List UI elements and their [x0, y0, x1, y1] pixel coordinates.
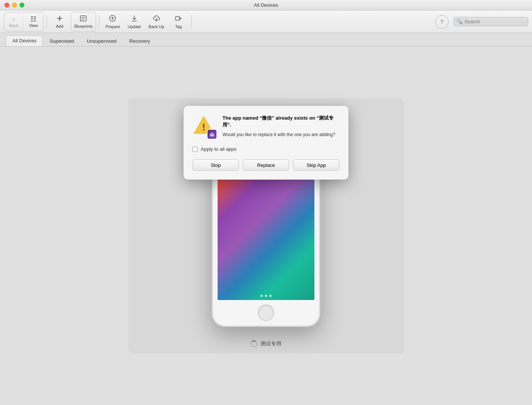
- stop-button[interactable]: Stop: [192, 159, 239, 171]
- tag-button[interactable]: Tag: [169, 12, 188, 31]
- dialog-body: Would you like to replace it with the on…: [222, 131, 340, 138]
- replace-button[interactable]: Replace: [243, 159, 289, 171]
- add-icon: [56, 15, 63, 23]
- toolbar: ‹ Back ☷ View Add: [0, 10, 532, 33]
- separator-3: [191, 15, 192, 28]
- search-icon: 🔍: [457, 19, 463, 24]
- backup-button[interactable]: Back Up: [146, 12, 167, 31]
- blueprints-label: Blueprints: [74, 24, 93, 28]
- tab-all-devices[interactable]: All Devices: [6, 35, 43, 46]
- back-icon: ‹: [13, 16, 15, 22]
- minimize-button[interactable]: [12, 3, 17, 8]
- device-card: 1:41 Wednesday, January 10 测试专用: [128, 98, 404, 353]
- update-label: Update: [128, 24, 141, 29]
- tab-recovery[interactable]: Recovery: [123, 36, 156, 46]
- help-button[interactable]: ?: [435, 15, 449, 28]
- dialog-title: The app named “微信” already exists on “测试…: [222, 115, 340, 128]
- update-button[interactable]: Update: [125, 12, 144, 31]
- view-label: View: [29, 23, 38, 28]
- title-bar: All Devices: [0, 0, 532, 10]
- back-view-group: ‹ Back ☷ View: [4, 12, 44, 32]
- svg-rect-9: [176, 16, 179, 20]
- blueprints-button[interactable]: Blueprints: [71, 12, 96, 31]
- help-label: ?: [440, 18, 443, 25]
- dialog-buttons: Stop Replace Skip App: [192, 159, 340, 171]
- dialog-content-area: ! The app named: [192, 115, 340, 139]
- dialog-text-area: The app named “微信” already exists on “测试…: [222, 115, 340, 139]
- dialog-overlay: ! The app named: [128, 98, 404, 353]
- view-button[interactable]: ☷ View: [24, 12, 43, 31]
- prepare-icon: [108, 14, 117, 24]
- checkbox-label: Apply to all apps: [201, 146, 236, 152]
- app-icon: [209, 131, 215, 137]
- back-label: Back: [9, 23, 18, 28]
- update-icon: [130, 14, 138, 24]
- tag-icon: [174, 14, 183, 24]
- svg-text:!: !: [202, 122, 206, 133]
- blueprints-group: Blueprints: [71, 12, 96, 32]
- view-icon: ☷: [30, 16, 36, 22]
- search-input[interactable]: [464, 19, 521, 24]
- dialog: ! The app named: [183, 106, 349, 180]
- traffic-lights: [5, 3, 24, 8]
- dialog-icon-area: !: [192, 115, 216, 139]
- window-title: All Devices: [254, 2, 278, 8]
- backup-label: Back Up: [149, 24, 164, 29]
- prepare-button[interactable]: Prepare: [102, 12, 123, 31]
- tag-label: Tag: [175, 24, 182, 29]
- prepare-label: Prepare: [105, 24, 120, 29]
- close-button[interactable]: [5, 3, 9, 8]
- skip-app-button[interactable]: Skip App: [293, 159, 340, 171]
- separator-2: [99, 15, 99, 28]
- maximize-button[interactable]: [20, 3, 24, 8]
- tab-supervised[interactable]: Supervised: [44, 36, 80, 46]
- separator-1: [47, 15, 47, 28]
- tabs-bar: All Devices Supervised Unsupervised Reco…: [0, 33, 532, 46]
- svg-rect-12: [210, 134, 214, 136]
- back-button[interactable]: ‹ Back: [4, 12, 24, 31]
- search-box[interactable]: 🔍: [453, 17, 528, 26]
- add-label: Add: [56, 24, 63, 28]
- svg-rect-1: [57, 18, 62, 19]
- main-content: 1:41 Wednesday, January 10 测试专用: [0, 46, 532, 405]
- add-button[interactable]: Add: [50, 12, 69, 31]
- tab-unsupervised[interactable]: Unsupervised: [81, 36, 123, 46]
- app-badge: [207, 129, 217, 140]
- checkbox-row[interactable]: Apply to all apps: [192, 146, 340, 152]
- backup-icon: [152, 14, 161, 24]
- apply-all-checkbox[interactable]: [192, 147, 198, 152]
- blueprints-icon: [80, 15, 87, 23]
